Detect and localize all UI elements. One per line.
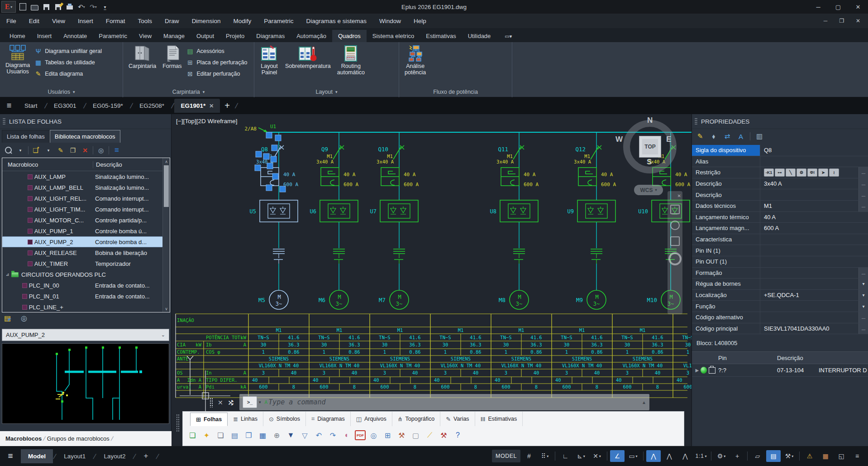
ellipsis-button[interactable]: ... xyxy=(858,323,868,334)
property-row-lan-amento-magn[interactable]: Lançamento magn...600 A xyxy=(692,223,868,234)
macro-row-aux-motor-c[interactable]: AUX_MOTOR_C...Controle partida/p... xyxy=(2,215,170,226)
layout-grid-icon[interactable]: ⊞ xyxy=(382,429,394,441)
edit-device-icon[interactable]: ✎ xyxy=(696,132,705,141)
snap-mode-icon[interactable]: ⠿▾ xyxy=(538,450,552,462)
doc-tabs-menu-icon[interactable]: ≡ xyxy=(0,101,18,110)
doc-minimize-button[interactable]: ─ xyxy=(817,15,834,27)
compass-east[interactable]: E xyxy=(666,135,671,144)
macro-row-plc-line[interactable]: PLC_LINE_+ xyxy=(2,302,170,312)
new-layout-button[interactable]: + xyxy=(137,448,156,464)
purge-icon[interactable]: ⟋ xyxy=(424,429,436,441)
acess-rios-button[interactable]: ▤Acessórios xyxy=(186,45,248,57)
ellipsis-button[interactable]: ... xyxy=(858,189,868,200)
macro-row-aux-lamp-bell[interactable]: AUX_LAMP_BELLSinalização lumino... xyxy=(2,182,170,193)
app-logo[interactable]: E▾ xyxy=(1,1,16,13)
update-available-icon[interactable]: ⚠ xyxy=(802,450,817,462)
property-value[interactable]: +SE.QDCA-1 xyxy=(760,290,858,301)
menu-edit[interactable]: Edit xyxy=(23,14,46,28)
graphics-performance-icon[interactable]: ▤ xyxy=(766,450,781,462)
ribbon-display-toggle-icon[interactable]: ▭▾ xyxy=(501,31,515,42)
isometric-drafting-icon[interactable]: ✕▾ xyxy=(590,450,604,462)
plot-icon[interactable] xyxy=(65,2,75,11)
property-row-c-digo-principal[interactable]: Código principalSIE3VL17041DA330AA0... xyxy=(692,323,868,335)
palette-icon[interactable]: ◐ xyxy=(341,429,353,441)
frame-icon[interactable]: ▢ xyxy=(410,429,422,441)
ribbon-tab-estimativas[interactable]: Estimativas xyxy=(420,30,462,42)
dock-tab-folhas[interactable]: ⊞Folhas xyxy=(190,413,228,426)
property-row-descri-o[interactable]: Descrição... xyxy=(692,189,868,201)
ribbon-group-footer-usu-rios[interactable]: Usuários▾ xyxy=(0,86,123,97)
property-row-pin-in-1[interactable]: Pin IN (1) xyxy=(692,245,868,256)
tag-icon[interactable]: ⬧ xyxy=(709,132,718,141)
menu-tools[interactable]: Tools xyxy=(132,14,159,28)
undo-icon[interactable]: ↶▾ xyxy=(76,2,86,11)
menu-help[interactable]: Help xyxy=(407,14,433,28)
window-close-button[interactable]: ✕ xyxy=(848,0,868,14)
macro-row-circuitos-operandos-plc[interactable]: ⊿CIRCUITOS OPERANDOS PLC xyxy=(2,269,170,280)
dropdown-button[interactable]: ▾ xyxy=(858,301,868,312)
property-row-forma-o[interactable]: Formação... xyxy=(692,268,868,279)
tabelas-de-utilidade-button[interactable]: ▦Tabelas de utilidade xyxy=(34,57,102,68)
macro-row-plc-in-00[interactable]: PLC_IN_00Entrada de contato... xyxy=(2,280,170,291)
macro-row-aux-light-tim[interactable]: AUX_LIGHT_TIM...Comando interrupt... xyxy=(2,204,170,215)
scroll-up-icon[interactable]: ∧ xyxy=(163,158,170,165)
ortho-mode-icon[interactable]: ∟ xyxy=(558,450,572,462)
navbar-close-icon[interactable]: ✕ xyxy=(677,194,681,198)
ellipsis-button[interactable]: ... xyxy=(858,201,868,211)
diagrama-unifilar-geral-button[interactable]: ΨDiagrama unifilar geral xyxy=(34,45,102,57)
sheet-panel-tab-lista-de-folhas[interactable]: Lista de folhas xyxy=(2,130,50,143)
menu-parametric[interactable]: Parametric xyxy=(258,14,300,28)
bookmark-icon[interactable]: ▽ xyxy=(299,429,311,441)
menu-window[interactable]: Window xyxy=(373,14,407,28)
ribbon-tab-view[interactable]: View xyxy=(133,30,157,42)
ucs-indicator[interactable]: WCS▾ xyxy=(634,185,663,195)
ribbon-tab-parametric[interactable]: Parametric xyxy=(93,30,133,42)
compass-north[interactable]: N xyxy=(647,116,653,125)
property-value[interactable]: -K1⊶╲⚙Φ!➤≀ xyxy=(760,167,858,178)
property-value[interactable]: 40 A xyxy=(760,212,868,223)
new-sheet-icon[interactable]: ❏ xyxy=(186,429,199,441)
formas-button[interactable]: Formas xyxy=(161,43,183,86)
rename-icon[interactable]: A xyxy=(736,132,745,141)
panel-grip[interactable] xyxy=(3,118,5,125)
insert-macro-file-icon[interactable]: ▤◤ xyxy=(3,313,13,322)
new-doc-tab-button[interactable]: + xyxy=(220,101,234,111)
property-value[interactable] xyxy=(760,245,868,256)
open-file-icon[interactable] xyxy=(29,2,39,11)
macro-row-aux-release[interactable]: AUX_RELEASEBobina de liberação xyxy=(2,247,170,258)
menu-file[interactable]: File xyxy=(0,14,23,28)
selection-cycling-icon[interactable]: ▭▾ xyxy=(626,450,640,462)
ribbon-tab-automa-o[interactable]: Automação xyxy=(291,30,332,42)
doc-tab-eg05-159[interactable]: EG05-159* xyxy=(86,99,129,113)
macro-view-tab-macroblocos[interactable]: Macroblocos xyxy=(5,435,42,442)
property-row-caracter-stica[interactable]: Característica xyxy=(692,234,868,245)
menu-view[interactable]: View xyxy=(46,14,72,28)
preview-sheet-icon[interactable]: ◎ xyxy=(367,429,380,441)
desc-col-header[interactable]: Descrição xyxy=(93,161,170,168)
doc-tab-eg2508[interactable]: EG2508* xyxy=(133,99,171,113)
property-row-c-digo-alternativo[interactable]: Código alternativo... xyxy=(692,312,868,323)
macro-view-tab-grupos-de-macroblocos[interactable]: Grupos de macroblocos xyxy=(47,435,110,442)
property-row-sigla-do-dispositivo[interactable]: Sigla do dispositivoQ8 xyxy=(692,145,868,156)
dock-tab-topografico[interactable]: ⋔Topográfico xyxy=(392,412,441,426)
dock-tab-arquivos[interactable]: ◫Arquivos xyxy=(351,412,392,426)
scroll-down-icon[interactable]: ∨ xyxy=(163,305,170,312)
layout-painel-button[interactable]: Layout Painel xyxy=(258,43,281,86)
doc-tab-eg1901[interactable]: EG1901*✕ xyxy=(174,99,220,113)
ribbon-tab-insert[interactable]: Insert xyxy=(31,30,58,42)
new-macro-icon[interactable]: ❏✦ xyxy=(32,146,41,155)
macro-row-aux-lamp[interactable]: AUX_LAMPSinalização lumino... xyxy=(2,171,170,182)
panel-grip[interactable] xyxy=(695,118,697,125)
clean-screen-icon[interactable]: ◱ xyxy=(834,450,849,462)
toolbar-options-icon[interactable]: ▾̲ xyxy=(100,2,110,11)
diagrama-usuarios-button[interactable]: Diagrama Usuarios xyxy=(4,43,32,86)
pin-link-icon[interactable]: ⇄ xyxy=(723,132,732,141)
attach-icon[interactable]: ⊕ xyxy=(271,429,283,441)
property-row-r-gua-de-bornes[interactable]: Régua de bornes▾ xyxy=(692,279,868,290)
zoom-icon[interactable] xyxy=(670,221,680,230)
layout-tab-layout2[interactable]: Layout2 xyxy=(96,449,133,463)
search-caret-icon[interactable]: ▾ xyxy=(16,146,25,155)
property-value[interactable] xyxy=(760,156,868,167)
object-snap-icon[interactable]: ⋀ xyxy=(646,450,661,462)
steering-wheel-icon[interactable] xyxy=(668,252,682,265)
